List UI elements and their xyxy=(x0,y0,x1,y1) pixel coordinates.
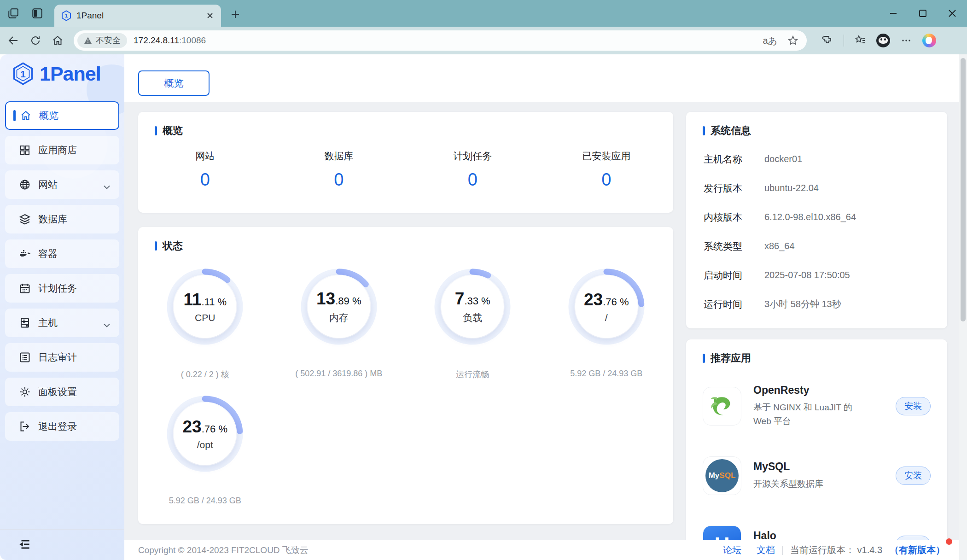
site-security-chip[interactable]: 不安全 xyxy=(77,33,127,48)
apps-title: 推荐应用 xyxy=(711,351,751,365)
sidebar-item-cron[interactable]: 计划任务 xyxy=(5,274,119,303)
profile-avatar[interactable] xyxy=(876,34,890,47)
translate-icon[interactable]: aあ xyxy=(763,35,777,47)
settings-more-icon[interactable] xyxy=(900,35,912,47)
title-accent xyxy=(155,241,157,251)
install-openresty-button[interactable]: 安装 xyxy=(896,397,931,415)
main-area: 概览 概览 网站0 数据库0 计划任务0 已安装应用0 状态 xyxy=(124,54,967,560)
sidebar-divider xyxy=(0,529,124,530)
title-accent xyxy=(155,126,157,135)
stat-database: 数据库0 xyxy=(272,150,406,190)
toolbar-divider xyxy=(844,35,844,47)
vertical-tabs-icon[interactable] xyxy=(31,7,43,19)
docs-link[interactable]: 文档 xyxy=(757,544,775,556)
grid-icon xyxy=(19,144,31,156)
app-name: OpenResty xyxy=(753,384,896,397)
install-mysql-button[interactable]: 安装 xyxy=(896,467,931,485)
chevron-down-icon xyxy=(104,183,110,187)
warning-icon xyxy=(84,36,92,45)
halo-icon: H xyxy=(703,525,741,540)
overview-stats: 网站0 数据库0 计划任务0 已安装应用0 xyxy=(138,150,673,190)
gauge-cpu: 11.11 %CPU ( 0.22 / 2 ) 核 xyxy=(138,266,272,377)
sidebar-item-logs[interactable]: 日志审计 xyxy=(5,343,119,372)
sys-row-uptime: 运行时间3小时 58分钟 13秒 xyxy=(704,298,933,310)
url-text: 172.24.8.11:10086 xyxy=(134,35,763,46)
sidebar-item-logout[interactable]: 退出登录 xyxy=(5,412,119,441)
maximize-button[interactable] xyxy=(908,0,938,27)
log-list-icon xyxy=(19,351,31,363)
scrollbar-thumb[interactable] xyxy=(961,58,966,321)
extensions-icon[interactable] xyxy=(821,35,833,47)
footer-divider xyxy=(749,546,749,555)
new-tab-icon[interactable] xyxy=(230,9,240,19)
sidebar: 1 1Panel 概览 应用商店 网站 数据库 xyxy=(0,54,124,560)
copilot-icon[interactable] xyxy=(922,34,936,47)
tab-close-icon[interactable] xyxy=(205,11,215,20)
forum-link[interactable]: 论坛 xyxy=(723,544,741,556)
install-halo-button[interactable]: 安装 xyxy=(896,536,931,540)
close-window-button[interactable] xyxy=(938,0,967,27)
sidebar-item-website[interactable]: 网站 xyxy=(5,170,119,199)
active-indicator xyxy=(13,110,16,121)
svg-text:1: 1 xyxy=(20,69,25,79)
sidebar-item-app-store[interactable]: 应用商店 xyxy=(5,136,119,164)
reload-icon[interactable] xyxy=(29,35,41,47)
status-card: 状态 11.11 %CPU ( 0.22 / 2 ) 核 13.89 %内存 (… xyxy=(138,227,673,524)
gear-icon xyxy=(19,386,31,398)
system-info-card: 系统信息 主机名称docker01 发行版本ubuntu-22.04 内核版本6… xyxy=(686,112,947,328)
app-row-halo: H Halo 强大易用的开源建站工具 安装 xyxy=(703,510,931,540)
browser-toolbar: 不安全 172.24.8.11:10086 aあ xyxy=(0,27,967,54)
site-favicon-icon: 1 xyxy=(61,10,72,21)
app-name: Halo xyxy=(753,530,896,540)
overview-card: 概览 网站0 数据库0 计划任务0 已安装应用0 xyxy=(138,112,673,213)
new-version-link[interactable]: （有新版本） xyxy=(890,544,945,556)
tab-overview[interactable]: 概览 xyxy=(138,70,210,96)
sidebar-item-settings[interactable]: 面板设置 xyxy=(5,378,119,406)
title-accent xyxy=(703,354,705,363)
docker-whale-icon xyxy=(19,248,31,260)
status-gauges: 11.11 %CPU ( 0.22 / 2 ) 核 13.89 %内存 ( 50… xyxy=(138,266,673,504)
tab-actions-icon[interactable] xyxy=(7,7,19,19)
address-bar[interactable]: 不安全 172.24.8.11:10086 aあ xyxy=(74,30,807,51)
sidebar-nav: 概览 应用商店 网站 数据库 容器 计划任务 xyxy=(5,101,119,447)
browser-tab[interactable]: 1 1Panel xyxy=(54,5,221,27)
page-scrollbar xyxy=(959,54,967,560)
gauge-opt-disk: 23.76 %/opt 5.92 GB / 24.93 GB xyxy=(138,393,272,504)
page-tabstrip: 概览 xyxy=(124,54,967,102)
copyright-text: Copyright © 2014-2023 FIT2CLOUD 飞致云 xyxy=(138,544,309,556)
sys-row-kernel: 内核版本6.12.0-98.el10.x86_64 xyxy=(704,211,933,223)
title-accent xyxy=(703,126,705,135)
layers-icon xyxy=(19,213,31,225)
home-icon[interactable] xyxy=(52,35,64,47)
logout-icon xyxy=(19,420,31,432)
favorites-bar-icon[interactable] xyxy=(854,35,866,47)
sidebar-item-container[interactable]: 容器 xyxy=(5,239,119,268)
browser-titlebar: 1 1Panel xyxy=(0,0,967,27)
sidebar-item-database[interactable]: 数据库 xyxy=(5,205,119,233)
app-row-mysql: MySQL MySQL 开源关系型数据库 安装 xyxy=(703,441,931,510)
sidebar-item-host[interactable]: 主机 xyxy=(5,309,119,337)
footer-divider xyxy=(782,546,783,555)
app-row-openresty: OpenResty 基于 NGINX 和 LuaJIT 的 Web 平台 安装 xyxy=(703,372,931,441)
server-icon xyxy=(19,317,31,329)
1panel-logo-icon: 1 xyxy=(11,62,35,86)
stat-installed-apps: 已安装应用0 xyxy=(540,150,674,190)
sys-row-boot-time: 启动时间2025-07-08 17:50:05 xyxy=(704,269,933,281)
tab-title: 1Panel xyxy=(76,11,205,21)
sys-row-release: 发行版本ubuntu-22.04 xyxy=(704,182,933,194)
version-label: 当前运行版本： v1.4.3 xyxy=(790,544,882,556)
status-title: 状态 xyxy=(163,239,183,253)
gauge-load: 7.33 %负载 运行流畅 xyxy=(406,266,540,377)
page-footer: Copyright © 2014-2023 FIT2CLOUD 飞致云 论坛 文… xyxy=(124,540,967,560)
collapse-sidebar-icon[interactable] xyxy=(17,537,32,552)
app-desc: 开源关系型数据库 xyxy=(753,477,868,491)
brand-name: 1Panel xyxy=(40,63,101,85)
gauge-memory: 13.89 %内存 ( 502.91 / 3619.86 ) MB xyxy=(272,266,406,377)
stat-website: 网站0 xyxy=(138,150,272,190)
sidebar-item-overview[interactable]: 概览 xyxy=(5,101,119,130)
back-icon[interactable] xyxy=(7,35,19,47)
security-label: 不安全 xyxy=(96,35,121,46)
minimize-button[interactable] xyxy=(879,0,908,27)
svg-text:1: 1 xyxy=(65,13,68,18)
favorite-star-icon[interactable] xyxy=(787,35,798,46)
